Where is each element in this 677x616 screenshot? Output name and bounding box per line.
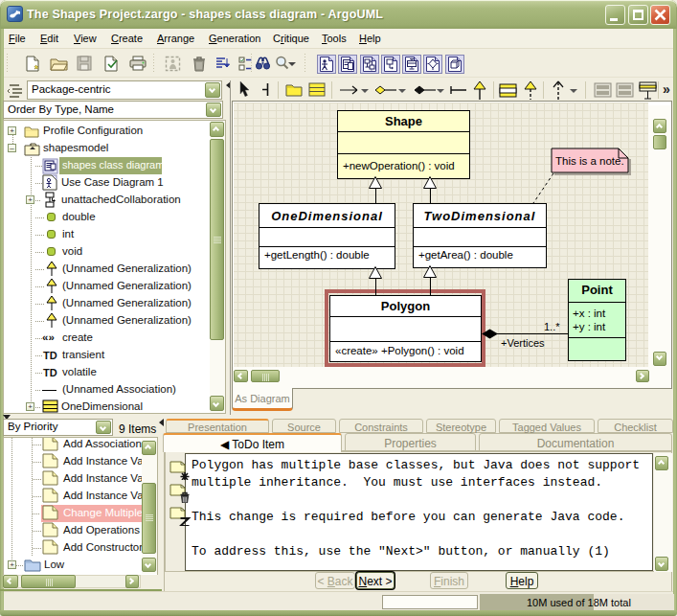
svg-text:Shape: Shape bbox=[385, 114, 422, 128]
svg-text:+Vertices: +Vertices bbox=[501, 337, 545, 349]
svg-text:TwoDimensional: TwoDimensional bbox=[424, 209, 536, 223]
svg-text:OneDimensional: OneDimensional bbox=[271, 209, 383, 223]
svg-text:+newOperation() : void: +newOperation() : void bbox=[343, 160, 455, 171]
svg-text:1..*: 1..* bbox=[544, 321, 560, 332]
svg-text:«create» +Polygon() : void: «create» +Polygon() : void bbox=[335, 345, 464, 356]
svg-text:This is a note.: This is a note. bbox=[555, 155, 624, 167]
svg-text:+x : int: +x : int bbox=[573, 308, 606, 319]
svg-text:+y : int: +y : int bbox=[573, 321, 606, 332]
svg-text:Point: Point bbox=[581, 283, 613, 297]
svg-text:Polygon: Polygon bbox=[381, 299, 430, 313]
svg-text:+getLength() : double: +getLength() : double bbox=[264, 249, 370, 261]
svg-text:+getArea() : double: +getArea() : double bbox=[418, 249, 513, 261]
